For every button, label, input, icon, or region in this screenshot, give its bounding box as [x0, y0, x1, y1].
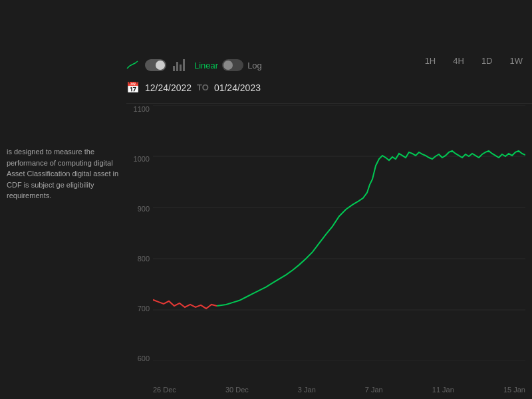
- date-range: 📅 12/24/2022 TO 01/24/2023: [126, 81, 261, 94]
- log-label: Log: [247, 61, 262, 70]
- time-range-controls: 1H 4H 1D 1W: [422, 55, 525, 67]
- x-label-3jan: 3 Jan: [298, 386, 316, 394]
- date-to-label: TO: [197, 82, 209, 92]
- x-label-7jan: 7 Jan: [365, 386, 383, 394]
- chart-controls: [126, 59, 185, 71]
- time-btn-1w[interactable]: 1W: [507, 55, 526, 67]
- line-chart-icon[interactable]: [126, 59, 138, 71]
- x-label-11jan: 11 Jan: [432, 386, 454, 394]
- time-btn-1d[interactable]: 1D: [479, 55, 495, 67]
- scale-toggle[interactable]: [222, 59, 243, 71]
- chart-svg: [153, 105, 525, 361]
- y-label-1000: 1000: [134, 155, 155, 163]
- chart-line-green: [217, 151, 525, 306]
- y-axis: 1100 1000 900 800 700 600: [128, 105, 155, 362]
- scale-toggle-wrap: Linear Log: [194, 59, 262, 71]
- calendar-icon[interactable]: 📅: [126, 81, 140, 94]
- date-from[interactable]: 12/24/2022: [145, 82, 192, 93]
- x-axis: 26 Dec 30 Dec 3 Jan 7 Jan 11 Jan 15 Jan: [153, 386, 525, 394]
- x-label-30dec: 30 Dec: [225, 386, 249, 394]
- x-label-26dec: 26 Dec: [153, 386, 176, 394]
- time-btn-4h[interactable]: 4H: [450, 55, 467, 67]
- x-label-15jan: 15 Jan: [503, 386, 525, 394]
- chart-type-toggle[interactable]: [145, 59, 166, 71]
- date-to[interactable]: 01/24/2023: [214, 82, 261, 93]
- chart-divider: [126, 103, 532, 104]
- bar-chart-icon[interactable]: [173, 59, 185, 71]
- chart-line-red: [153, 300, 217, 309]
- time-btn-1h[interactable]: 1H: [422, 55, 439, 67]
- y-label-1100: 1100: [134, 105, 155, 113]
- linear-label: Linear: [194, 61, 218, 70]
- main-container: is designed to measure the performance o…: [0, 0, 532, 399]
- sidebar-description: is designed to measure the performance o…: [7, 146, 120, 201]
